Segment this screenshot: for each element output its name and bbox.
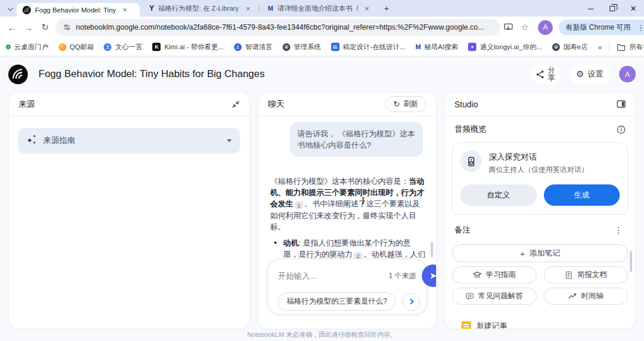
bookmark-item[interactable]: KKimi.ai - 帮你看更...	[152, 43, 223, 52]
gear-icon: ⚙	[576, 69, 584, 79]
source-guide-label: 来源指南	[43, 135, 75, 146]
audio-overview-label: 音频概览	[454, 124, 486, 135]
browser-profile-avatar[interactable]: A	[538, 20, 553, 35]
zhipu-icon: Z	[234, 43, 242, 51]
source-guide-card[interactable]: ✦✦✦ 来源指南	[18, 128, 240, 153]
new-tab-button[interactable]: +	[380, 2, 393, 14]
tab-close-icon[interactable]: ×	[244, 4, 252, 13]
tab-metaso[interactable]: M 请详细全面地介绍这本书《福 ×	[262, 0, 376, 17]
settings-button[interactable]: ⚙ 设置	[569, 65, 611, 84]
note-icon	[462, 321, 471, 329]
bookmark-item[interactable]: ⊕国寿e店	[552, 43, 588, 52]
minimize-button[interactable]: ─	[580, 0, 601, 17]
zlibrary-favicon: Y	[149, 4, 154, 12]
chat-input[interactable]	[278, 272, 383, 281]
source-count-label: 1 个来源	[389, 271, 416, 281]
citation-chip-1[interactable]: 1	[294, 201, 303, 210]
back-button[interactable]: ←	[4, 19, 20, 36]
send-to-device-icon[interactable]	[500, 19, 517, 36]
cloud-desktop-icon	[6, 44, 11, 49]
chevron-down-icon	[7, 5, 13, 11]
forward-button[interactable]: →	[20, 19, 37, 36]
folder-icon	[617, 43, 626, 51]
chevron-down-icon[interactable]	[227, 139, 232, 142]
all-bookmarks-button[interactable]: 所有书签	[617, 43, 644, 52]
browser-toolbar: ← → ↻ notebooklm.google.com/notebook/a2f…	[0, 17, 644, 38]
answer-intro: 《福格行为模型》这本书的核心内容是：	[270, 177, 409, 186]
audio-card-subtitle: 两位主持人（仅使用英语对话）	[489, 165, 588, 175]
bookmark-item[interactable]: ⊕管理系统	[283, 43, 321, 52]
share-label: 分享	[547, 66, 556, 82]
reload-button[interactable]: ↻	[37, 19, 53, 36]
suggested-question-chip[interactable]: 福格行为模型的三要素是什么?	[278, 292, 396, 311]
assistant-message: 《福格行为模型》这本书的核心内容是：当动机、能力和提示三个要素同时出现时，行为才…	[270, 176, 425, 272]
gaoding-icon: 稿	[331, 43, 339, 51]
timeline-button[interactable]: 时间轴	[544, 288, 629, 305]
notes-label: 备注	[454, 225, 470, 235]
tab-title: 请详细全面地介绍这本书《福	[277, 4, 358, 13]
info-icon[interactable]	[617, 125, 626, 134]
bullet-term: 动机	[283, 238, 299, 247]
tune-icon	[63, 23, 71, 31]
study-guide-button[interactable]: 学习指南	[452, 266, 537, 283]
next-suggestion-button[interactable]	[402, 293, 420, 311]
tab-zlibrary[interactable]: Y 福格行为模型: 在 Z-Library 上 ×	[143, 0, 257, 17]
bookmark-item[interactable]: ✦通义tongyi.ai_你的...	[468, 43, 542, 52]
divider	[609, 42, 610, 52]
browser-window: Fogg Behavior Model: Tiny H × Y 福格行为模型: …	[0, 0, 644, 341]
bookmark-item[interactable]: 稿稿定设计-在线设计...	[331, 43, 405, 52]
tab-strip: Fogg Behavior Model: Tiny H × Y 福格行为模型: …	[0, 0, 644, 17]
faq-button[interactable]: 常见问题解答	[452, 288, 537, 305]
bookmark-item[interactable]: 云桌面门户	[6, 43, 49, 52]
collapse-panel-icon[interactable]	[232, 100, 240, 109]
address-bar[interactable]: notebooklm.google.com/notebook/a2fa68ce-…	[56, 19, 500, 36]
share-button[interactable]: 分享	[531, 64, 560, 84]
tab-separator	[259, 5, 259, 12]
bookmarks-overflow-icon[interactable]: »	[598, 43, 602, 52]
notebooklm-app: Fogg Behavior Model: Tiny Habits for Big…	[0, 56, 644, 341]
tab-close-icon[interactable]: ×	[363, 4, 371, 13]
generate-button[interactable]: 生成	[544, 184, 620, 206]
chat-scroll-area[interactable]: 请告诉我， 《福格行为模型》这本书地核心内容是什么? 《福格行为模型》这本书的核…	[258, 116, 436, 329]
bookmark-item[interactable]: QQ邮箱	[59, 43, 94, 52]
studio-scrollbar-thumb[interactable]	[630, 251, 632, 272]
document-icon	[565, 271, 573, 279]
kimi-icon: K	[152, 43, 161, 51]
chat-panel: 聊天 ↻ 刷新 请告诉我， 《福格行为模型》这本书地核心内容是什么? 《福格行为…	[258, 92, 437, 329]
send-button[interactable]: ➤	[422, 264, 437, 287]
briefing-doc-button[interactable]: 简报文档	[544, 266, 629, 283]
tab-search-button[interactable]	[5, 4, 15, 14]
bookmark-item[interactable]: M秘塔AI搜索	[415, 43, 458, 52]
metaso-favicon: M	[268, 5, 273, 12]
chrome-update-chip[interactable]: 有新版 Chrome 可用 ⋮	[559, 20, 644, 35]
chat-panel-title: 聊天	[268, 99, 284, 110]
refresh-icon: ↻	[393, 100, 400, 109]
tab-close-icon[interactable]: ×	[121, 5, 129, 14]
note-list-item[interactable]: 新建记事	[462, 321, 507, 329]
app-header: Fogg Behavior Model: Tiny Habits for Big…	[0, 56, 644, 92]
tab-title: Fogg Behavior Model: Tiny H	[35, 7, 117, 14]
customize-button[interactable]: 自定义	[460, 184, 537, 206]
add-note-button[interactable]: + 添加笔记	[452, 244, 628, 262]
bookmarks-bar: 云桌面门户 QQ邮箱 文文心一言 KKimi.ai - 帮你看更... Z智谱清…	[0, 38, 644, 56]
chat-scrollbar-thumb[interactable]	[431, 242, 433, 257]
restore-button[interactable]	[601, 0, 623, 17]
bookmark-item[interactable]: 文文心一言	[104, 43, 142, 52]
studio-panel: Studio 音频概览 深入探究对话 两位主持人（仅使用英语对话）	[444, 92, 636, 329]
notes-menu-icon[interactable]: ⋮	[611, 225, 626, 235]
bookmark-item[interactable]: Z智谱清言	[234, 43, 273, 52]
bookmark-star-icon[interactable]: ☆	[517, 19, 533, 36]
refresh-chat-button[interactable]: ↻ 刷新	[385, 96, 427, 112]
close-button[interactable]: ✕	[623, 0, 644, 17]
speaker-icon	[460, 151, 482, 172]
note-item-label: 新建记事	[476, 321, 507, 329]
browser-menu-icon[interactable]: ⋮	[634, 23, 644, 32]
user-message-bubble: 请告诉我， 《福格行为模型》这本书地核心内容是什么?	[290, 122, 423, 157]
url-text: notebooklm.google.com/notebook/a2fa68ce-…	[76, 23, 493, 31]
share-icon	[536, 70, 544, 79]
paper-plane-icon: ➤	[430, 270, 437, 281]
tab-notebooklm[interactable]: Fogg Behavior Model: Tiny H ×	[17, 3, 140, 17]
app-profile-avatar[interactable]: A	[619, 66, 636, 82]
panel-layout-icon[interactable]	[617, 100, 626, 109]
disclaimer-text: NotebookLM 未必准确，因此请仔细检查回答内容。	[0, 330, 644, 339]
